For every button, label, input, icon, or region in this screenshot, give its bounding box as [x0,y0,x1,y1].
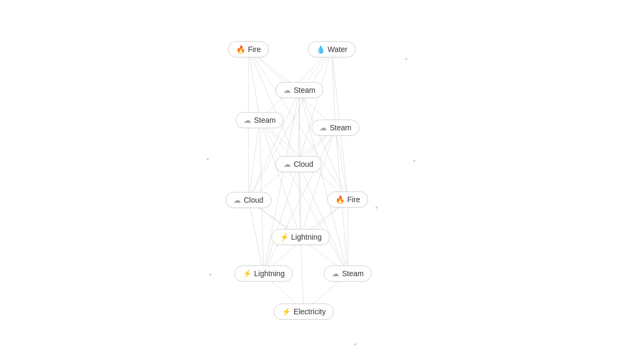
svg-line-26 [335,128,348,200]
decorative-dot [413,160,415,162]
svg-line-14 [299,90,348,200]
lightning-icon: ⚡ [243,269,252,278]
cloud-icon: ☁ [283,160,291,168]
node-label: Fire [248,45,261,54]
node-label: Cloud [244,196,264,204]
fire-icon: 🔥 [236,45,245,54]
node-steam4[interactable]: ☁Steam [324,265,371,282]
node-lightning1[interactable]: ⚡Lightning [272,229,330,245]
decorative-dot [207,158,209,160]
water-icon: 💧 [316,45,325,54]
node-label: Lightning [254,269,285,278]
svg-line-28 [264,128,335,274]
svg-line-3 [248,49,298,164]
svg-line-32 [298,164,348,274]
node-fire1[interactable]: 🔥Fire [228,41,269,57]
graph-container: 🔥Fire💧Water☁Steam☁Steam☁Steam☁Cloud☁Clou… [0,0,644,362]
svg-line-17 [299,90,348,274]
node-label: Steam [330,123,351,132]
node-lightning2[interactable]: ⚡Lightning [235,265,293,282]
electricity-icon: ⚡ [282,307,291,316]
svg-line-8 [332,49,335,128]
node-label: Electricity [294,307,326,316]
svg-line-9 [298,49,332,164]
svg-line-12 [298,90,299,164]
node-steam1[interactable]: ☁Steam [275,82,323,98]
steam-icon: ☁ [332,269,339,278]
fire-icon: 🔥 [335,195,345,204]
svg-line-34 [248,200,264,274]
svg-line-39 [301,237,304,312]
svg-line-19 [248,120,260,200]
svg-line-30 [298,164,301,237]
node-label: Fire [347,195,360,204]
svg-line-31 [264,164,298,274]
node-steam2[interactable]: ☁Steam [236,112,283,128]
svg-line-27 [301,128,335,237]
node-electricity1[interactable]: ⚡Electricity [274,304,334,320]
decorative-dot [209,274,211,276]
cloud-icon: ☁ [233,196,241,204]
node-label: Steam [254,116,275,124]
decorative-dot [376,206,378,209]
node-steam3[interactable]: ☁Steam [311,120,359,136]
node-label: Cloud [294,160,313,168]
lightning-icon: ⚡ [280,233,289,241]
node-label: Steam [294,86,315,94]
node-water1[interactable]: 💧Water [308,41,356,57]
steam-icon: ☁ [283,86,291,94]
decorative-dot [354,343,356,345]
node-label: Water [328,45,348,54]
decorative-dot [405,58,407,60]
svg-line-21 [260,120,301,237]
node-label: Lightning [291,233,322,241]
svg-line-1 [248,49,260,120]
steam-icon: ☁ [319,123,327,132]
svg-line-13 [248,90,299,200]
steam-icon: ☁ [244,116,251,124]
node-fire2[interactable]: 🔥Fire [327,191,368,208]
node-label: Steam [342,269,363,278]
node-cloud1[interactable]: ☁Cloud [275,156,321,172]
node-cloud2[interactable]: ☁Cloud [225,192,272,208]
